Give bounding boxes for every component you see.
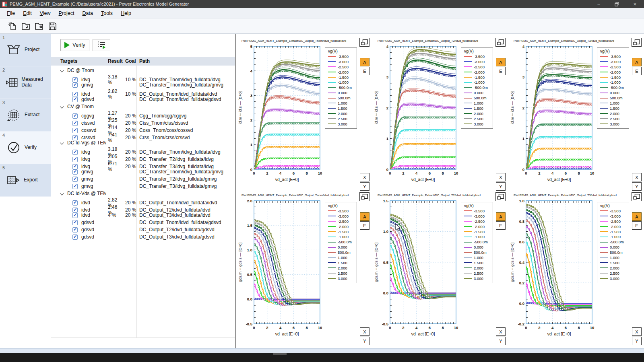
target-group-row[interactable]: DC @ Tnom: [51, 67, 235, 74]
target-row[interactable]: gmvg DC_Transfer_T3/idvg_fulldata/gmvg: [51, 183, 235, 190]
plot-canvas[interactable]: -0.20.00.20.40.60.81.00246810vd_act [E+0…: [510, 197, 595, 338]
menu-tools[interactable]: Tools: [97, 9, 117, 18]
checkbox-checked-icon[interactable]: [72, 157, 78, 162]
restore-window-button[interactable]: [608, 0, 626, 8]
checkbox-checked-icon[interactable]: [72, 213, 78, 218]
checkbox-checked-icon[interactable]: [72, 150, 78, 155]
checkbox-checked-icon[interactable]: [72, 169, 78, 175]
target-row[interactable]: idvg 3.18 % 10 % DC_Transfer_Tnom/idvg_f…: [51, 74, 235, 81]
menu-file[interactable]: File: [3, 9, 19, 18]
minimize-button[interactable]: −: [590, 0, 608, 8]
x-axis-button[interactable]: X: [496, 327, 506, 336]
checkbox-checked-icon[interactable]: [72, 121, 78, 126]
checkbox-checked-icon[interactable]: [72, 97, 78, 102]
target-row[interactable]: idvd 2.82 % 10 % DC_Output_Tnom/idvd_ful…: [51, 88, 235, 96]
checkbox-checked-icon[interactable]: [72, 208, 78, 213]
autoscale-button[interactable]: A: [360, 212, 369, 221]
x-axis-button[interactable]: X: [632, 173, 642, 181]
plot-maximize-button[interactable]: [359, 192, 369, 201]
equal-scale-button[interactable]: E: [360, 221, 369, 230]
checkbox-checked-icon[interactable]: [72, 113, 78, 119]
equal-scale-button[interactable]: E: [632, 67, 642, 75]
target-row[interactable]: idvd 2.82 % 20 % DC_Output_Tnom/idvd_ful…: [51, 197, 235, 204]
sidebar-item-export[interactable]: 5 Export: [0, 164, 51, 197]
run-selected-list-button[interactable]: [93, 39, 110, 51]
project-settings-button[interactable]: [33, 20, 45, 32]
sidebar-item-project[interactable]: 1 Project: [0, 34, 51, 66]
equal-scale-button[interactable]: E: [632, 221, 642, 230]
menu-data[interactable]: Data: [78, 9, 97, 18]
target-row[interactable]: cggvg 1.27 % 20 % Cgg_Tnom/cgg/cggvg: [51, 110, 235, 117]
checkbox-checked-icon[interactable]: [72, 234, 78, 240]
header-path: Path: [136, 58, 235, 64]
plot-maximize-button[interactable]: [495, 38, 506, 47]
x-axis-button[interactable]: X: [360, 173, 369, 181]
x-axis-button[interactable]: X: [360, 327, 369, 336]
checkbox-checked-icon[interactable]: [72, 82, 78, 88]
autoscale-button[interactable]: A: [496, 58, 506, 66]
checkbox-checked-icon[interactable]: [72, 177, 78, 182]
x-axis-button[interactable]: X: [632, 327, 642, 336]
plot-canvas[interactable]: 0123450246810vd_act [E+0]id.m ▫▫ id.s — …: [238, 43, 323, 184]
autoscale-button[interactable]: A: [632, 58, 642, 66]
checkbox-checked-icon[interactable]: [72, 164, 78, 169]
target-row[interactable]: gdsvd DC_Output_Tnom/idvd_fulldata/gdsvd: [51, 219, 235, 226]
autoscale-button[interactable]: A: [496, 212, 506, 221]
target-row[interactable]: gmvg DC_Transfer_T2/idvg_fulldata/gmvg: [51, 175, 235, 183]
chevron-down-icon[interactable]: [60, 68, 64, 72]
plot-canvas[interactable]: 012340246810vd_act [E+0]id.m ▫▫ id.s — […: [374, 43, 459, 184]
x-axis-button[interactable]: X: [496, 173, 506, 181]
target-row[interactable]: gmvg DC_Transfer_Tnom/idvg_fulldata/gmvg: [51, 168, 235, 175]
close-button[interactable]: ×: [626, 0, 644, 8]
y-axis-button[interactable]: Y: [360, 337, 369, 345]
target-row[interactable]: idvd 4 % 20 % DC_Output_T3/idvd_fulldata…: [51, 212, 235, 219]
save-project-button[interactable]: [46, 20, 58, 32]
y-axis-button[interactable]: Y: [496, 182, 506, 191]
equal-scale-button[interactable]: E: [496, 221, 506, 230]
plot-canvas[interactable]: -0.50.00.51.01.52.00246810vd_act [E+0]gd…: [238, 197, 323, 338]
new-project-button[interactable]: [6, 20, 19, 32]
chevron-down-icon[interactable]: [60, 104, 64, 108]
checkbox-checked-icon[interactable]: [72, 184, 78, 189]
target-row[interactable]: idvg 3.18 % 20 % DC_Transfer_Tnom/idvg_f…: [51, 146, 235, 154]
checkbox-checked-icon[interactable]: [72, 128, 78, 133]
plot-maximize-button[interactable]: [632, 38, 642, 47]
plot-canvas[interactable]: -0.50.00.51.01.50246810vd_act [E+0]gds.m…: [374, 197, 459, 338]
y-axis-button[interactable]: Y: [632, 337, 642, 345]
y-axis-button[interactable]: Y: [496, 337, 506, 345]
legend-label: 2.000: [474, 111, 483, 116]
verify-run-button[interactable]: Verify: [60, 39, 89, 51]
menu-view[interactable]: View: [36, 9, 55, 18]
checkbox-checked-icon[interactable]: [72, 92, 78, 97]
checkbox-checked-icon[interactable]: [72, 200, 78, 206]
plot-maximize-button[interactable]: [632, 192, 642, 201]
y-axis-button[interactable]: Y: [360, 182, 369, 191]
equal-scale-button[interactable]: E: [496, 67, 506, 75]
plot-maximize-button[interactable]: [359, 38, 369, 47]
target-group-row[interactable]: CV @ Tnom: [51, 103, 235, 110]
sidebar-item-measured-data[interactable]: 2 Measured Data: [0, 66, 51, 99]
y-axis-button[interactable]: Y: [632, 182, 642, 191]
autoscale-button[interactable]: A: [360, 58, 369, 66]
chevron-down-icon[interactable]: [60, 140, 64, 144]
chevron-down-icon[interactable]: [60, 191, 64, 195]
target-row[interactable]: gdsvd DC_Output_T3/idvd_fulldata/gdsvd: [51, 233, 235, 241]
checkbox-checked-icon[interactable]: [72, 77, 78, 82]
autoscale-button[interactable]: A: [632, 212, 642, 221]
checkbox-checked-icon[interactable]: [72, 135, 78, 140]
target-row[interactable]: gdsvd DC_Output_Tnom/idvd_fulldata/gdsvd: [51, 96, 235, 103]
checkbox-checked-icon[interactable]: [72, 227, 78, 232]
equal-scale-button[interactable]: E: [360, 67, 369, 75]
menu-edit[interactable]: Edit: [19, 9, 36, 18]
target-row[interactable]: gmvg DC_Transfer_Tnom/idvg_fulldata/gmvg: [51, 81, 235, 88]
open-project-button[interactable]: [20, 20, 32, 32]
menu-project[interactable]: Project: [55, 9, 78, 18]
plot-maximize-button[interactable]: [495, 192, 506, 201]
checkbox-checked-icon[interactable]: [72, 220, 78, 225]
target-group-row[interactable]: DC Id-Vds @ TEMPs: [51, 190, 235, 197]
sidebar-item-extract[interactable]: 3 Extract: [0, 99, 51, 132]
plot-canvas[interactable]: 012340246810vd_act [E+0]id.m ▫▫ id.s — […: [510, 43, 595, 184]
menu-help[interactable]: Help: [117, 9, 135, 18]
target-row[interactable]: gdsvd DC_Output_T2/idvd_fulldata/gdsvd: [51, 226, 235, 233]
sidebar-item-verify[interactable]: 4 Verify: [0, 132, 51, 164]
